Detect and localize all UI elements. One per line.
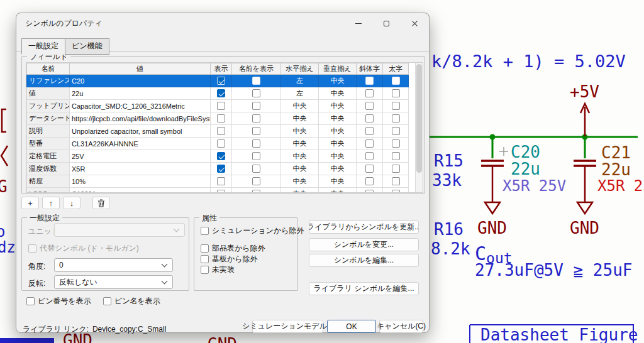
field-valign-cell[interactable]: 中央 (319, 112, 357, 125)
show-pin-names-option[interactable]: ピン名を表示 (103, 296, 160, 307)
exclude-from-sim-option[interactable]: シミュレーションから除外 (201, 226, 304, 236)
show-name-checkbox[interactable] (252, 77, 260, 85)
exclude-from-bom-checkbox[interactable] (201, 244, 209, 253)
field-value-cell[interactable]: https://jlcpcb.com/api/file/downloadByFi… (70, 112, 211, 125)
add-field-button[interactable]: + (21, 197, 39, 209)
column-header[interactable]: 名前 (27, 63, 70, 75)
field-show-name-cell[interactable] (232, 112, 281, 125)
column-header[interactable]: 名前を表示 (232, 63, 281, 75)
field-show-cell[interactable] (211, 163, 232, 175)
field-halign-cell[interactable]: 中央 (281, 175, 319, 188)
italic-checkbox[interactable] (365, 139, 374, 148)
capacitor-c20-symbol[interactable] (481, 161, 504, 202)
field-show-name-cell[interactable] (232, 138, 281, 150)
r15-value[interactable]: 33k (432, 172, 462, 188)
field-bold-cell[interactable] (383, 87, 409, 100)
field-show-cell[interactable] (211, 188, 232, 193)
move-field-up-button[interactable]: ↑ (42, 197, 60, 209)
field-bold-cell[interactable] (383, 188, 409, 193)
c20-reference[interactable]: C20 (511, 144, 540, 160)
field-halign-cell[interactable]: 中央 (281, 188, 319, 193)
field-valign-cell[interactable]: 中央 (319, 100, 357, 112)
show-checkbox[interactable] (217, 89, 225, 97)
r16-value[interactable]: 8.2k (431, 241, 470, 257)
field-row[interactable]: 精度 10% 中央 中央 (27, 175, 409, 188)
bold-checkbox[interactable] (392, 177, 400, 185)
edit-symbol-button[interactable]: シンボルを編集... (309, 254, 419, 267)
field-value-cell[interactable]: 22u (70, 87, 211, 100)
field-valign-cell[interactable]: 中央 (319, 175, 357, 188)
field-show-name-cell[interactable] (232, 125, 281, 138)
field-italic-cell[interactable] (357, 175, 383, 188)
field-value-cell[interactable]: CL31A226KAHNNNE (70, 138, 211, 150)
field-show-name-cell[interactable] (232, 87, 281, 100)
field-value-cell[interactable]: Capacitor_SMD:C_1206_3216Metric (70, 100, 211, 112)
bold-checkbox[interactable] (392, 152, 400, 160)
cancel-button[interactable]: キャンセル(C) (379, 320, 423, 333)
bold-checkbox[interactable] (392, 190, 400, 193)
field-bold-cell[interactable] (383, 138, 409, 150)
table-scrollbar[interactable] (415, 63, 423, 192)
show-checkbox[interactable] (217, 139, 225, 148)
cout-formula[interactable]: 27.3uF@5V ≧ 25uF (475, 262, 632, 278)
column-header[interactable]: 斜体字 (357, 63, 383, 75)
c21-reference[interactable]: C21 (601, 144, 631, 161)
field-name-cell[interactable]: 温度係数 (27, 163, 70, 175)
move-field-down-button[interactable]: ↓ (63, 197, 80, 209)
update-symbol-from-library-button[interactable]: ライブラリからシンボルを更新... (309, 220, 419, 234)
maximize-button[interactable] (372, 13, 401, 33)
field-value-cell[interactable]: C20 (70, 75, 211, 87)
bold-checkbox[interactable] (392, 165, 400, 173)
exclude-from-board-checkbox[interactable] (201, 255, 209, 263)
bold-checkbox[interactable] (392, 77, 400, 85)
bold-checkbox[interactable] (392, 102, 400, 110)
field-value-cell[interactable]: 10% (70, 175, 211, 188)
field-show-cell[interactable] (211, 150, 232, 163)
field-name-cell[interactable]: 型番 (27, 138, 70, 150)
field-show-name-cell[interactable] (232, 75, 281, 87)
italic-checkbox[interactable] (365, 165, 374, 173)
gnd-label-c21[interactable]: GND (570, 220, 599, 236)
bold-checkbox[interactable] (392, 89, 400, 97)
plus5v-power-symbol[interactable] (580, 104, 589, 136)
field-italic-cell[interactable] (357, 112, 383, 125)
field-row[interactable]: 温度係数 X5R 中央 中央 (27, 163, 409, 175)
field-row[interactable]: リファレンス C20 左 中央 (27, 75, 409, 87)
field-italic-cell[interactable] (357, 75, 383, 87)
field-row[interactable]: 型番 CL31A226KAHNNNE 中央 中央 (27, 138, 409, 150)
show-checkbox[interactable] (217, 77, 225, 85)
field-show-name-cell[interactable] (232, 188, 281, 193)
field-row[interactable]: 値 22u 左 中央 (27, 87, 409, 100)
column-header[interactable]: 値 (70, 63, 211, 75)
field-halign-cell[interactable]: 中央 (281, 150, 319, 163)
alt-symbol-option[interactable]: 代替シンボル (ド・モルガン) (28, 243, 139, 254)
field-valign-cell[interactable]: 中央 (319, 163, 357, 175)
field-italic-cell[interactable] (357, 150, 383, 163)
edit-library-symbol-button[interactable]: ライブラリ シンボルを編集... (309, 282, 419, 295)
c21-extra-field[interactable]: X5R 25V (597, 178, 644, 193)
field-value-cell[interactable]: C12891 (70, 188, 211, 193)
italic-checkbox[interactable] (365, 177, 374, 185)
tab-pin-functions[interactable]: ピン機能 (65, 38, 109, 55)
field-row[interactable]: フットプリント Capacitor_SMD:C_1206_3216Metric … (27, 100, 409, 112)
c20-value[interactable]: 22u (511, 161, 540, 177)
close-button[interactable] (401, 13, 429, 33)
show-name-checkbox[interactable] (252, 177, 260, 185)
field-halign-cell[interactable]: 中央 (281, 138, 319, 150)
field-valign-cell[interactable]: 中央 (319, 75, 357, 87)
italic-checkbox[interactable] (365, 127, 374, 135)
scrollbar-thumb[interactable] (416, 64, 422, 173)
bold-checkbox[interactable] (392, 127, 400, 135)
field-show-name-cell[interactable] (232, 100, 281, 112)
mirror-select[interactable]: 反転しない (54, 275, 173, 289)
italic-checkbox[interactable] (365, 114, 374, 122)
c20-extra-field[interactable]: X5R 25V (502, 178, 566, 193)
gnd-label-bottom-center[interactable]: GND (208, 336, 237, 343)
field-name-cell[interactable]: フットプリント (27, 100, 70, 112)
simulation-model-button[interactable]: シミュレーションモデル... (252, 320, 323, 333)
field-valign-cell[interactable]: 中央 (319, 125, 357, 138)
field-name-cell[interactable]: 定格電圧 (27, 150, 70, 163)
field-bold-cell[interactable] (383, 175, 409, 188)
r15-reference[interactable]: R15 (434, 153, 464, 169)
show-checkbox[interactable] (217, 177, 225, 185)
